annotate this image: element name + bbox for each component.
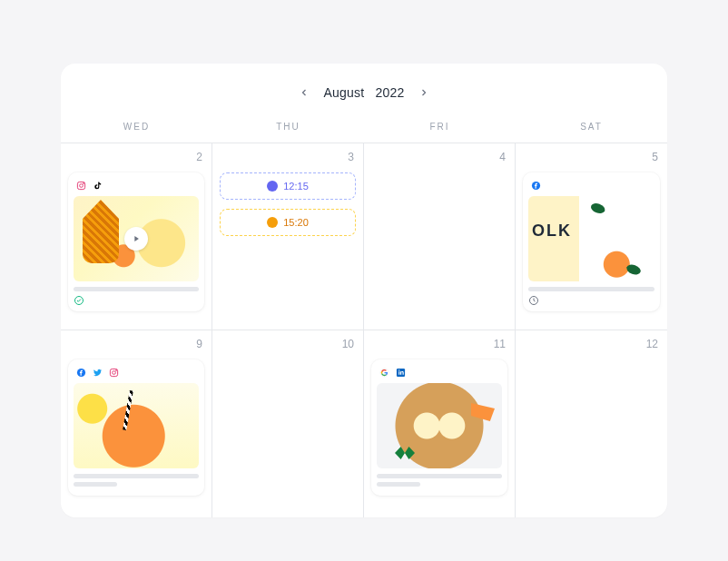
tiktok-icon [92,180,103,191]
instagram-icon [75,180,86,191]
day-cell[interactable]: 10 [212,330,364,517]
day-number: 3 [348,151,354,163]
facebook-icon [75,367,86,378]
post-thumbnail [377,383,502,468]
svg-point-8 [112,370,115,374]
svg-point-9 [115,369,116,370]
post-card[interactable] [68,359,204,496]
month-label: August [323,85,364,100]
platform-icons [74,365,199,383]
svg-point-1 [79,183,83,187]
clock-icon [267,217,278,228]
month-year-label: August 2022 [323,85,404,100]
day-cell[interactable]: 11 [364,330,516,517]
day-cell[interactable]: 9 [61,330,212,517]
weekday-label: THU [212,113,364,143]
svg-point-2 [83,182,84,183]
instagram-icon [108,367,119,378]
day-number: 5 [652,151,658,163]
day-number: 4 [499,151,506,163]
day-number: 11 [494,338,506,350]
platform-icons [377,365,502,383]
slot-time: 12:15 [283,181,309,192]
next-month-button[interactable] [418,86,430,99]
platform-icons [74,178,199,196]
caption-placeholder [74,474,199,487]
year-label: 2022 [376,85,405,100]
linkedin-icon [395,367,406,378]
post-card[interactable] [371,359,507,496]
day-number: 12 [646,338,658,350]
day-cell[interactable]: 4 [364,143,516,330]
day-number: 10 [342,338,354,350]
weekday-row: WED THU FRI SAT [61,113,667,143]
calendar-widget: August 2022 WED THU FRI SAT 2 [61,64,667,517]
time-slot[interactable]: 15:20 [220,209,356,236]
day-number: 9 [196,338,202,350]
day-cell[interactable]: 12 [516,330,667,517]
post-card[interactable] [68,172,204,311]
platform-icons [528,178,654,196]
caption-placeholder [74,287,199,291]
slot-time: 15:20 [283,217,309,228]
weekday-label: WED [61,113,212,143]
clock-icon [528,295,539,306]
calendar-header: August 2022 [61,64,667,113]
day-number: 2 [196,151,202,163]
play-icon[interactable] [124,227,148,251]
caption-placeholder [528,287,654,291]
post-thumbnail [528,196,654,281]
post-thumbnail [74,383,199,468]
twitter-icon [92,367,103,378]
day-cell[interactable]: 2 [61,143,212,330]
caption-placeholder [377,474,502,487]
time-slot[interactable]: 12:15 [220,172,356,200]
day-cell[interactable]: 3 12:15 15:20 [212,143,364,330]
weekday-label: FRI [364,113,516,143]
post-card[interactable] [523,172,660,311]
day-cell[interactable]: 5 [516,143,667,330]
clock-icon [267,181,278,192]
weekday-label: SAT [516,113,667,143]
check-circle-icon [74,295,84,306]
google-icon [379,367,389,378]
post-thumbnail [74,196,199,281]
facebook-icon [530,180,541,191]
prev-month-button[interactable] [298,86,310,99]
calendar-grid: 2 [61,143,667,517]
